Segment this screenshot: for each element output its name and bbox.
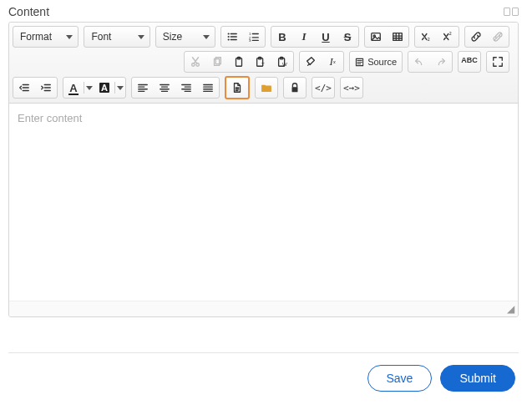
bold-button[interactable]: B [271,27,293,47]
format-select[interactable]: Format [13,26,79,48]
section-divider [8,352,519,353]
content-textarea[interactable] [9,104,518,297]
link-button[interactable] [465,27,487,47]
spellcheck-button[interactable]: ABC [459,52,480,72]
svg-point-0 [228,33,230,34]
font-label: Font [91,31,111,43]
italic-button[interactable]: I [293,27,315,47]
svg-point-2 [228,36,230,38]
table-button[interactable] [387,27,408,47]
subscript-button[interactable]: 2 [415,27,437,47]
size-select[interactable]: Size [155,26,215,48]
undo-button[interactable] [408,52,430,72]
size-label: Size [163,31,182,43]
align-center-button[interactable] [154,78,175,98]
align-justify-button[interactable] [197,78,219,98]
redo-button[interactable] [430,52,452,72]
caret-down-icon [138,35,144,39]
lock-button[interactable] [284,78,306,98]
text-color-button[interactable]: A [63,78,94,98]
cut-button[interactable] [185,52,206,72]
embed-button[interactable]: <→> [341,78,362,98]
indent-button[interactable] [35,78,57,98]
toolbar: Format Font Size 123 B I [9,23,518,104]
paste-button[interactable] [228,52,250,72]
paste-word-button[interactable]: W [271,52,293,72]
unlink-button[interactable] [487,27,509,47]
strike-button[interactable]: S [337,27,358,47]
svg-text:2: 2 [449,31,452,36]
resize-bar: ◢ [9,301,518,316]
bg-color-icon: A [99,83,109,93]
svg-point-4 [228,38,230,40]
resize-grip-icon[interactable]: ◢ [507,303,514,315]
save-button[interactable]: Save [367,365,433,392]
svg-text:W: W [282,61,287,67]
caret-down-icon [203,35,210,39]
outdent-button[interactable] [13,78,35,98]
svg-text:T: T [261,61,265,67]
folder-button[interactable] [256,78,277,98]
remove-format-button[interactable]: Ix [322,52,343,72]
numbered-list-button[interactable]: 123 [243,27,265,47]
align-right-button[interactable] [175,78,197,98]
format-label: Format [20,31,52,43]
code-button[interactable]: </> [312,78,334,98]
align-left-button[interactable] [132,78,154,98]
editor-frame: Format Font Size 123 B I [8,22,519,317]
bg-color-button[interactable]: A [94,78,125,98]
image-button[interactable] [365,27,387,47]
document-button[interactable] [226,78,248,98]
svg-text:3: 3 [249,38,251,43]
paste-text-button[interactable]: T [250,52,271,72]
maximize-button[interactable] [487,52,509,72]
text-color-icon: A [69,82,77,94]
source-label: Source [367,57,397,67]
paint-format-button[interactable] [300,52,322,72]
svg-rect-63 [292,87,298,92]
underline-button[interactable]: U [315,27,337,47]
source-button[interactable]: Source [350,52,402,72]
svg-rect-14 [393,33,403,41]
copy-button[interactable] [206,52,228,72]
caret-down-icon [66,35,73,39]
font-select[interactable]: Font [84,26,149,48]
svg-text:2: 2 [428,37,430,42]
superscript-button[interactable]: 2 [437,27,459,47]
bullet-list-button[interactable] [221,27,243,47]
submit-button[interactable]: Submit [440,365,515,392]
expand-header-icon[interactable] [504,8,519,16]
panel-title: Content [8,5,49,18]
